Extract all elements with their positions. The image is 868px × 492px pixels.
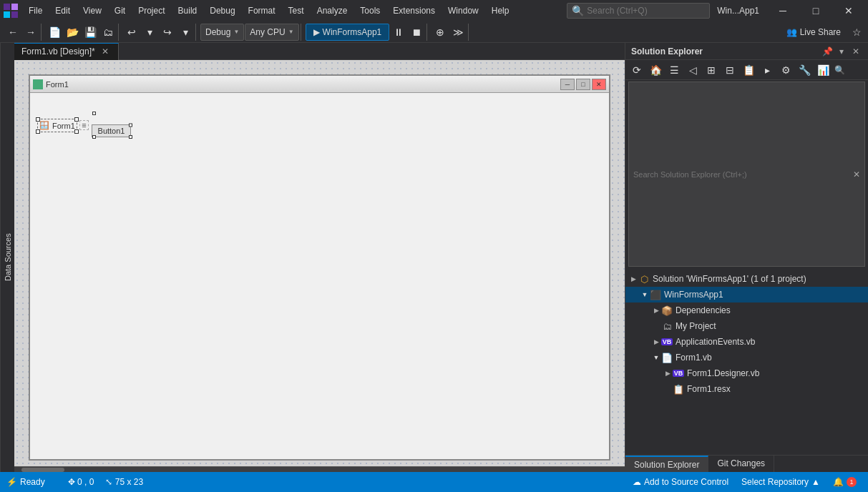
live-share-button[interactable]: 👥 Live Share [781,26,847,39]
menu-extensions[interactable]: Extensions [387,3,441,19]
stop-button[interactable]: ⏹ [408,24,425,41]
menu-edit[interactable]: Edit [49,3,76,19]
menu-project[interactable]: Project [132,3,170,19]
button1-control[interactable]: Button1 [92,124,132,137]
save-all-button[interactable]: 🗂 [99,24,117,41]
tree-item-form1[interactable]: ▼ 📄 Form1.vb [625,350,868,365]
tree-item-form1-designer[interactable]: ▶ VB Form1.Designer.vb [625,365,868,381]
solution-search-icon[interactable]: 🔍 [833,64,846,77]
debug-config-label: Debug [205,27,230,37]
size-value: 75 x 23 [115,477,143,487]
nav-toolbar-group: ← → [3,24,42,41]
form-content[interactable]: 🪟 Form1 ≡ [30,93,609,144]
tab-form1-design[interactable]: Form1.vb [Design]* ✕ [14,43,119,60]
tree-item-myproject[interactable]: ▶ 🗂 My Project [625,318,868,334]
sync-button[interactable]: ⟳ [628,62,645,79]
maximize-button[interactable]: □ [799,0,832,21]
form-label-container[interactable]: 🪟 Form1 [37,119,77,132]
undo-dropdown[interactable]: ▾ [141,24,158,41]
deps-expand-arrow[interactable]: ▶ [651,305,661,315]
pause-button[interactable]: ⏸ [390,24,407,41]
tab-git-changes[interactable]: Git Changes [708,456,774,472]
save-button[interactable]: 💾 [82,24,99,41]
solution-tb-btn3[interactable]: ⊟ [721,62,738,79]
menu-format[interactable]: Format [243,3,281,19]
solution-tb-btn7[interactable]: 🔧 [796,62,813,79]
breakpoints-button[interactable]: ⊕ [431,24,449,41]
search-box[interactable]: 🔍 [567,3,710,19]
platform-dropdown[interactable]: Any CPU ▼ [245,24,298,41]
home-button[interactable]: 🏠 [647,62,664,79]
window-controls: ─ □ ✕ [766,0,865,21]
solution-expand-arrow[interactable]: ▶ [628,274,638,284]
tree-item-dependencies[interactable]: ▶ 📦 Dependencies [625,302,868,318]
source-control-button[interactable]: ☁ Add to Source Control [627,476,734,488]
button-container[interactable]: ≡ Button1 [79,113,131,137]
search-icon: 🔍 [572,5,584,16]
menu-window[interactable]: Window [442,3,484,19]
undo-button[interactable]: ↩ [123,24,140,41]
tab-solution-explorer[interactable]: Solution Explorer [625,456,708,472]
form-maximize-button[interactable]: □ [576,79,590,90]
tree-item-project[interactable]: ▼ ⬛ WinFormsApp1 [625,287,868,302]
form-designer[interactable]: Form1 ─ □ ✕ 🪟 Form [14,60,625,466]
designer-arrow[interactable]: ▶ [663,368,673,378]
notification-button[interactable]: 🔔 1 [827,476,862,488]
status-right: ☁ Add to Source Control Select Repositor… [627,476,862,488]
tab-bar: Form1.vb [Design]* ✕ [14,43,625,60]
form1-expand-arrow[interactable]: ▼ [651,353,661,363]
panel-pin-button[interactable]: 📌 [821,45,834,58]
menu-debug[interactable]: Debug [204,3,240,19]
debug-config-dropdown[interactable]: Debug ▼ [200,24,244,41]
form-minimize-button[interactable]: ─ [560,79,575,90]
search-clear-icon[interactable]: ✕ [853,169,860,179]
menu-analyze[interactable]: Analyze [311,3,353,19]
main-container: Data Sources Form1.vb [Design]* ✕ F [0,43,868,472]
run-button[interactable]: ▶ WinFormsApp1 [306,24,390,41]
solution-tb-btn2[interactable]: ⊞ [703,62,720,79]
solution-search-input[interactable] [633,170,850,179]
menu-file[interactable]: File [23,3,48,19]
form1-designer-icon: VB [673,368,684,379]
solution-tb-btn1[interactable]: ◁ [684,62,701,79]
solution-tb-btn8[interactable]: 📊 [814,62,832,79]
panel-close-button[interactable]: ✕ [849,45,862,58]
solution-panel: Solution Explorer 📌 ▾ ✕ ⟳ 🏠 ☰ ◁ ⊞ ⊟ 📋 ▸ … [625,43,868,472]
redo-button[interactable]: ↪ [159,24,176,41]
menu-view[interactable]: View [77,3,107,19]
new-solution-button[interactable]: ☰ [665,62,683,79]
close-button[interactable]: ✕ [832,0,865,21]
appevents-arrow[interactable]: ▶ [651,337,661,347]
menu-git[interactable]: Git [109,3,131,19]
h-scrollbar[interactable] [14,466,625,472]
menu-help[interactable]: Help [486,3,515,19]
back-button[interactable]: ← [4,24,21,41]
solution-tb-btn6[interactable]: ⚙ [777,62,794,79]
h-scroll-thumb[interactable] [21,468,64,472]
toolbar-more[interactable]: ≫ [449,24,467,41]
tree-item-form1-resx[interactable]: ▶ 📋 Form1.resx [625,381,868,397]
forward-button[interactable]: → [22,24,39,41]
feedback-button[interactable]: ☆ [848,24,865,41]
menu-build[interactable]: Build [172,3,203,19]
minimize-button[interactable]: ─ [766,0,799,21]
solution-search-box[interactable]: ✕ [628,82,865,267]
panel-settings-button[interactable]: ▾ [835,45,848,58]
search-input[interactable] [587,6,694,16]
form-window[interactable]: Form1 ─ □ ✕ 🪟 Form [29,74,610,461]
solution-tb-btn4[interactable]: 📋 [740,62,757,79]
open-file-button[interactable]: 📂 [64,24,81,41]
project-expand-arrow[interactable]: ▼ [640,290,650,300]
form-close-button[interactable]: ✕ [592,79,606,90]
menu-tools[interactable]: Tools [354,3,386,19]
data-sources-panel[interactable]: Data Sources [0,43,14,472]
svg-rect-0 [4,4,10,10]
repository-button[interactable]: Select Repository ▲ [736,476,826,488]
tree-item-appevents[interactable]: ▶ VB ApplicationEvents.vb [625,334,868,350]
redo-dropdown[interactable]: ▾ [177,24,194,41]
new-project-button[interactable]: 📄 [46,24,63,41]
menu-test[interactable]: Test [283,3,310,19]
tab-close-button[interactable]: ✕ [99,46,111,57]
tree-item-solution[interactable]: ▶ ⬡ Solution 'WinFormsApp1' (1 of 1 proj… [625,271,868,287]
solution-tb-btn5[interactable]: ▸ [759,62,776,79]
